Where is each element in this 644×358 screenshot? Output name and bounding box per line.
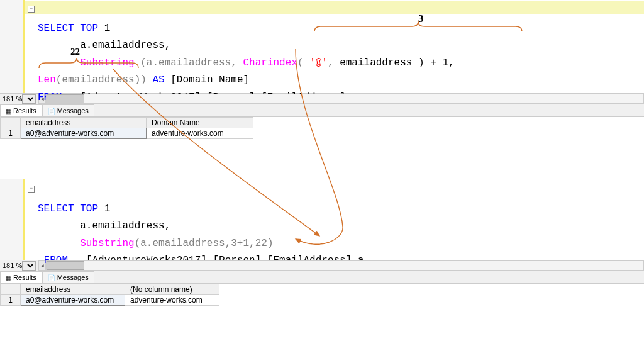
- kw-top: TOP: [80, 203, 98, 215]
- h-scrollbar[interactable]: [46, 260, 644, 271]
- scroll-thumb[interactable]: [47, 261, 84, 270]
- func-substring: Substring: [80, 238, 134, 249]
- code-text: (a.emailaddress,: [140, 57, 237, 69]
- kw-select: SELECT: [38, 203, 74, 215]
- kw-select: SELECT: [38, 23, 74, 34]
- alias: [Domain Name]: [170, 74, 249, 86]
- row-number: 1: [1, 295, 21, 306]
- code-line: a.emailaddress,: [80, 40, 170, 51]
- cell-email[interactable]: a0@adventure-works.com: [21, 295, 125, 306]
- code-text: (a.emailaddress,3+1,22): [135, 238, 274, 249]
- gutter: [0, 0, 25, 93]
- results-tabs-2: ▦ Results 📄 Messages: [0, 271, 644, 284]
- zoom-level: 181 %: [3, 95, 22, 103]
- tab-results[interactable]: ▦ Results: [0, 271, 42, 283]
- func-charindex: Charindex: [243, 57, 297, 69]
- func-len: Len: [38, 74, 56, 86]
- tab-results[interactable]: ▦ Results: [0, 104, 42, 116]
- string-literal: '@': [309, 57, 328, 69]
- paren: (: [297, 57, 304, 69]
- code-text: (emailaddress)): [56, 74, 147, 86]
- table-row[interactable]: 1 a0@adventure-works.com adventure-works…: [1, 128, 253, 139]
- zoom-dropdown[interactable]: [22, 94, 36, 104]
- func-substring: Substring: [80, 57, 134, 69]
- query-pane-2: − SELECT TOP 1 a.emailaddress, Substring…: [0, 179, 644, 315]
- scroll-thumb[interactable]: [47, 94, 84, 103]
- editor-area-2[interactable]: − SELECT TOP 1 a.emailaddress, Substring…: [0, 179, 644, 260]
- num-1: 1: [104, 23, 111, 34]
- comma: ,: [328, 57, 334, 69]
- cell-domain[interactable]: adventure-works.com: [147, 128, 253, 139]
- zoom-dropdown[interactable]: [22, 261, 36, 271]
- cell-email[interactable]: a0@adventure-works.com: [21, 128, 147, 139]
- corner-cell: [1, 284, 21, 295]
- h-scrollbar[interactable]: [46, 94, 644, 104]
- corner-cell: [1, 118, 21, 128]
- editor-area-1[interactable]: − SELECT TOP 1 a.emailaddress, Substring…: [0, 0, 644, 93]
- results-table-2[interactable]: emailaddress (No column name) 1 a0@adven…: [0, 284, 219, 306]
- results-grid-2: emailaddress (No column name) 1 a0@adven…: [0, 284, 644, 315]
- col-header[interactable]: emailaddress: [21, 284, 125, 295]
- col-header[interactable]: (No column name): [125, 284, 219, 295]
- grid-icon: ▦: [6, 274, 11, 281]
- zoom-level: 181 %: [3, 262, 22, 269]
- col-header[interactable]: Domain Name: [147, 118, 253, 128]
- zoom-bar-1: 181 % ◄: [0, 93, 644, 104]
- tab-label: Results: [13, 274, 36, 281]
- table-row[interactable]: 1 a0@adventure-works.com adventure-works…: [1, 295, 219, 306]
- query-pane-1: − SELECT TOP 1 a.emailaddress, Substring…: [0, 0, 644, 148]
- sql-code-2[interactable]: SELECT TOP 1 a.emailaddress, Substring(a…: [25, 179, 364, 260]
- grid-icon: ▦: [6, 108, 11, 115]
- kw-top: TOP: [80, 23, 98, 34]
- gutter: [0, 179, 25, 260]
- kw-as: AS: [152, 74, 164, 86]
- code-text: emailaddress ) + 1,: [340, 57, 454, 69]
- results-grid-1: emailaddress Domain Name 1 a0@adventure-…: [0, 117, 644, 148]
- cell-domain[interactable]: adventure-works.com: [125, 295, 219, 306]
- zoom-bar-2: 181 % ◄: [0, 260, 644, 271]
- num-1: 1: [104, 203, 111, 215]
- row-number: 1: [1, 128, 21, 139]
- table-header-row: emailaddress (No column name): [1, 284, 219, 295]
- tab-label: Results: [13, 107, 36, 115]
- sql-code-1[interactable]: SELECT TOP 1 a.emailaddress, Substring (…: [25, 0, 455, 93]
- results-tabs-1: ▦ Results 📄 Messages: [0, 104, 644, 117]
- code-line: a.emailaddress,: [80, 220, 170, 232]
